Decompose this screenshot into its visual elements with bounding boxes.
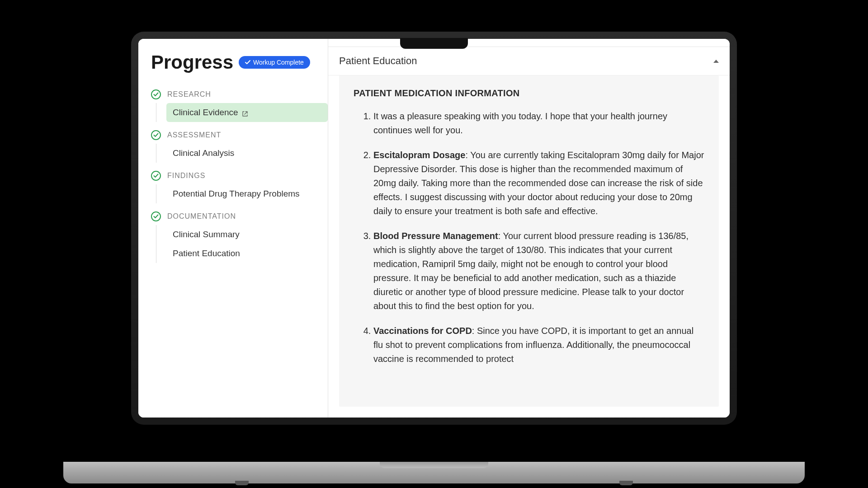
section-header[interactable]: Patient Education bbox=[328, 47, 730, 75]
workup-complete-badge: Workup Complete bbox=[239, 56, 310, 69]
list-item: Escitalopram Dosage: You are currently t… bbox=[373, 148, 704, 218]
chevron-up-icon[interactable] bbox=[713, 60, 719, 63]
sidebar-item-clinical-evidence[interactable]: Clinical Evidence bbox=[166, 103, 328, 122]
nav-group: DOCUMENTATIONClinical SummaryPatient Edu… bbox=[151, 208, 328, 263]
tab-strip bbox=[328, 39, 730, 47]
nav-items: Clinical SummaryPatient Education bbox=[156, 225, 328, 263]
nav-group-label: RESEARCH bbox=[167, 90, 211, 99]
app-window: Progress Workup Complete RESEARCHClinica… bbox=[138, 39, 730, 418]
nav-items: Clinical Evidence bbox=[156, 103, 328, 122]
external-link-icon bbox=[242, 109, 248, 116]
sidebar-item-label: Clinical Analysis bbox=[173, 148, 234, 158]
laptop-base bbox=[63, 462, 805, 483]
list-item-lead: Blood Pressure Management bbox=[373, 231, 498, 241]
status-complete-icon bbox=[151, 130, 161, 140]
nav-group: FINDINGSPotential Drug Therapy Problems bbox=[151, 167, 328, 203]
laptop-mockup: Progress Workup Complete RESEARCHClinica… bbox=[131, 32, 737, 456]
nav-group: RESEARCHClinical Evidence bbox=[151, 86, 328, 122]
content-panel: PATIENT MEDICATION INFORMATION It was a … bbox=[339, 75, 719, 407]
sidebar-item-label: Clinical Evidence bbox=[173, 108, 238, 117]
nav-group-label: DOCUMENTATION bbox=[167, 212, 236, 221]
laptop-foot bbox=[619, 481, 633, 485]
main-content: Patient Education PATIENT MEDICATION INF… bbox=[328, 39, 730, 418]
nav-items: Clinical Analysis bbox=[156, 144, 328, 163]
progress-header: Progress Workup Complete bbox=[151, 52, 328, 73]
list-item: It was a pleasure speaking with you toda… bbox=[373, 109, 704, 137]
nav-items: Potential Drug Therapy Problems bbox=[156, 184, 328, 203]
nav-group-label: FINDINGS bbox=[167, 172, 205, 180]
sidebar-item-patient-education[interactable]: Patient Education bbox=[166, 244, 328, 263]
section-title: Patient Education bbox=[339, 55, 417, 67]
screen-bezel: Progress Workup Complete RESEARCHClinica… bbox=[131, 32, 737, 425]
notch bbox=[400, 38, 468, 49]
content-heading: PATIENT MEDICATION INFORMATION bbox=[354, 88, 704, 99]
progress-nav: RESEARCHClinical EvidenceASSESSMENTClini… bbox=[151, 86, 328, 263]
check-icon bbox=[245, 60, 250, 65]
list-item-lead: Vaccinations for COPD bbox=[373, 326, 472, 336]
nav-group-head[interactable]: ASSESSMENT bbox=[151, 127, 328, 144]
list-item: Blood Pressure Management: Your current … bbox=[373, 229, 704, 313]
sidebar-item-label: Potential Drug Therapy Problems bbox=[173, 189, 300, 199]
sidebar-item-label: Clinical Summary bbox=[173, 230, 240, 239]
sidebar-item-potential-drug-therapy-problems[interactable]: Potential Drug Therapy Problems bbox=[166, 184, 328, 203]
list-item-text: : Your current blood pressure reading is… bbox=[373, 231, 689, 311]
progress-sidebar: Progress Workup Complete RESEARCHClinica… bbox=[138, 39, 328, 418]
list-item: Vaccinations for COPD: Since you have CO… bbox=[373, 324, 704, 366]
nav-group-head[interactable]: RESEARCH bbox=[151, 86, 328, 103]
sidebar-item-clinical-analysis[interactable]: Clinical Analysis bbox=[166, 144, 328, 163]
progress-title: Progress bbox=[151, 52, 233, 73]
status-complete-icon bbox=[151, 211, 161, 221]
list-item-text: It was a pleasure speaking with you toda… bbox=[373, 111, 667, 135]
status-complete-icon bbox=[151, 89, 161, 99]
content-list: It was a pleasure speaking with you toda… bbox=[354, 109, 704, 366]
nav-group: ASSESSMENTClinical Analysis bbox=[151, 127, 328, 163]
sidebar-item-label: Patient Education bbox=[173, 249, 240, 258]
list-item-lead: Escitalopram Dosage bbox=[373, 150, 465, 160]
nav-group-label: ASSESSMENT bbox=[167, 131, 221, 139]
badge-label: Workup Complete bbox=[253, 59, 304, 66]
nav-group-head[interactable]: FINDINGS bbox=[151, 167, 328, 184]
sidebar-item-clinical-summary[interactable]: Clinical Summary bbox=[166, 225, 328, 244]
status-complete-icon bbox=[151, 171, 161, 181]
laptop-foot bbox=[235, 481, 249, 485]
nav-group-head[interactable]: DOCUMENTATION bbox=[151, 208, 328, 225]
